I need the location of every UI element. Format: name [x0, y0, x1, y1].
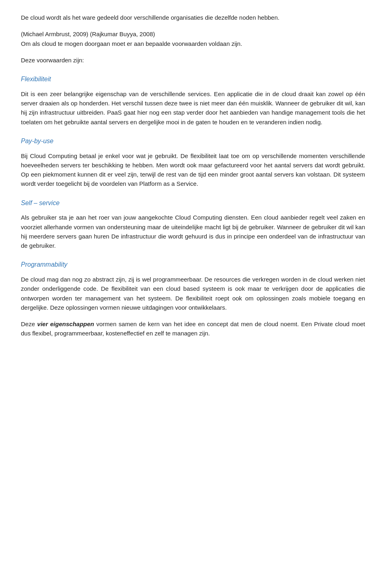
para7-text: De cloud mag dan nog zo abstract zijn, z… — [21, 276, 365, 311]
heading-selfservice: Self – service — [21, 198, 365, 208]
para1-text: De cloud wordt als het ware gedeeld door… — [21, 14, 279, 21]
para2-text: (Michael Armbrust, 2009) (Rajkumar Buyya… — [21, 31, 242, 47]
para8-part1: Deze — [21, 321, 37, 327]
paragraph-7: De cloud mag dan nog zo abstract zijn, z… — [21, 275, 365, 312]
para3-intro-text: Deze voorwaarden zijn: — [21, 57, 84, 64]
paragraph-5: Bij Cloud Computing betaal je enkel voor… — [21, 151, 365, 189]
heading-flexibiliteit: Flexibiliteit — [21, 74, 365, 84]
paragraph-2: (Michael Armbrust, 2009) (Rajkumar Buyya… — [21, 29, 365, 48]
page: De cloud wordt als het ware gedeeld door… — [0, 0, 386, 588]
paragraph-4: Dit is een zeer belangrijke eigenschap v… — [21, 89, 365, 127]
heading-paybyuse: Pay-by-use — [21, 136, 365, 146]
para5-text: Bij Cloud Computing betaal je enkel voor… — [21, 152, 365, 187]
para4-text: Dit is een zeer belangrijke eigenschap v… — [21, 90, 365, 125]
heading-paybyuse-text: Pay-by-use — [21, 138, 53, 144]
heading-selfservice-text: Self – service — [21, 199, 60, 206]
heading-programmability: Programmability — [21, 260, 365, 270]
paragraph-8: Deze vier eigenschappen vormen samen de … — [21, 319, 365, 338]
para8-bold-italic: vier eigenschappen — [37, 321, 94, 327]
paragraph-3-intro: Deze voorwaarden zijn: — [21, 56, 365, 65]
heading-flexibiliteit-text: Flexibiliteit — [21, 76, 51, 82]
para2-line2: Om als cloud te mogen doorgaan moet er a… — [21, 40, 242, 47]
heading-programmability-text: Programmability — [21, 261, 68, 268]
para6-text: Als gebruiker sta je aan het roer van jo… — [21, 214, 365, 249]
paragraph-1: De cloud wordt als het ware gedeeld door… — [21, 13, 365, 22]
paragraph-6: Als gebruiker sta je aan het roer van jo… — [21, 213, 365, 250]
